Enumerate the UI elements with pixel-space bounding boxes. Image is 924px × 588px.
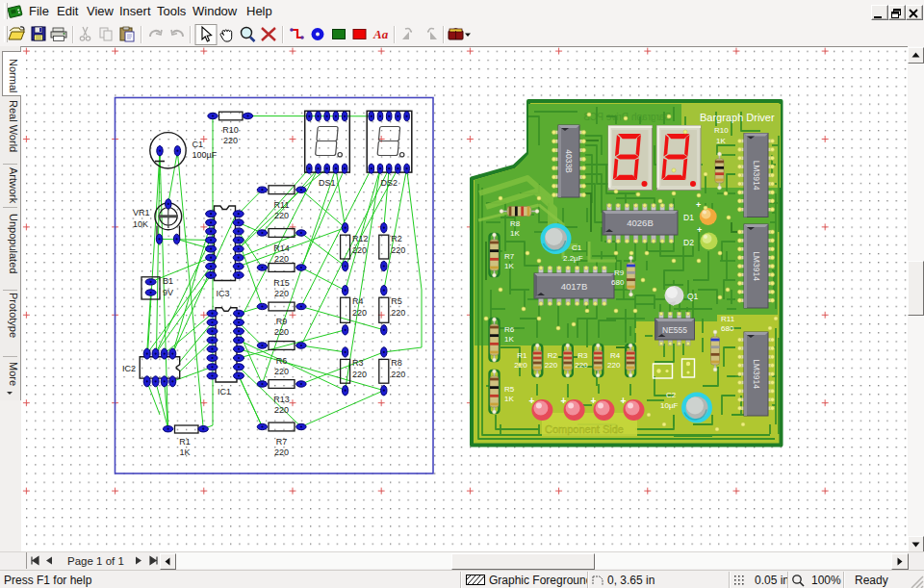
svg-text:220: 220 — [274, 405, 289, 415]
svg-text:R6: R6 — [504, 325, 515, 334]
svg-text:R7: R7 — [504, 252, 515, 261]
svg-text:IC1: IC1 — [218, 387, 231, 396]
svg-text:R5: R5 — [504, 385, 515, 394]
svg-text:220: 220 — [274, 367, 289, 376]
svg-text:R14: R14 — [273, 243, 290, 253]
svg-text:220: 220 — [223, 136, 238, 145]
svg-text:LM3914: LM3914 — [752, 251, 761, 281]
svg-text:R12: R12 — [352, 234, 369, 243]
svg-text:VR1: VR1 — [133, 208, 150, 217]
svg-text:R15: R15 — [273, 278, 290, 288]
svg-text:4033B: 4033B — [564, 149, 574, 173]
svg-text:220: 220 — [391, 245, 405, 255]
svg-text:DS2: DS2 — [380, 178, 398, 188]
svg-text:Page 1 of 1: Page 1 of 1 — [67, 555, 124, 567]
svg-text:220: 220 — [607, 361, 621, 370]
svg-text:220: 220 — [545, 361, 558, 370]
svg-text:Component Side: Component Side — [545, 423, 624, 435]
svg-text:R3: R3 — [352, 358, 364, 368]
svg-text:R2: R2 — [548, 351, 558, 360]
svg-text:R4: R4 — [610, 351, 621, 360]
svg-text:1K: 1K — [504, 335, 514, 344]
svg-text:Aa: Aa — [372, 27, 389, 41]
svg-text:220: 220 — [274, 447, 289, 457]
svg-text:R9: R9 — [276, 317, 288, 326]
svg-text:D2: D2 — [683, 238, 694, 247]
svg-text:R11: R11 — [721, 315, 735, 323]
svg-text:220: 220 — [274, 327, 289, 337]
svg-text:R9: R9 — [614, 268, 625, 277]
svg-text:R13: R13 — [273, 395, 290, 404]
svg-text:220: 220 — [391, 370, 405, 379]
svg-text:Bargraph Driver: Bargraph Driver — [700, 112, 775, 123]
svg-text:Q1: Q1 — [687, 292, 699, 301]
svg-text:220: 220 — [352, 308, 367, 318]
svg-text:C1: C1 — [572, 243, 582, 252]
svg-text:10µF: 10µF — [660, 401, 679, 410]
svg-text:+: + — [591, 396, 597, 406]
svg-text:+: + — [696, 200, 701, 210]
svg-text:R3: R3 — [578, 351, 588, 360]
svg-text:R7: R7 — [276, 437, 288, 447]
svg-text:R2: R2 — [391, 234, 402, 243]
svg-text:220: 220 — [352, 245, 367, 255]
svg-text:680: 680 — [611, 278, 625, 287]
svg-text:B1: B1 — [163, 276, 173, 286]
svg-text:4017B: 4017B — [561, 281, 587, 292]
svg-text:R5: R5 — [391, 296, 402, 306]
svg-text:9V: 9V — [163, 288, 173, 297]
svg-text:R8: R8 — [510, 219, 521, 228]
svg-text:D1: D1 — [683, 213, 694, 222]
svg-text:R6: R6 — [276, 356, 288, 366]
svg-text:1K: 1K — [510, 229, 520, 238]
svg-text:NE555: NE555 — [662, 325, 687, 335]
svg-text:220: 220 — [274, 211, 289, 220]
svg-text:IC3: IC3 — [216, 289, 229, 298]
svg-text:10K: 10K — [133, 219, 148, 229]
svg-text:100µF: 100µF — [192, 150, 218, 160]
svg-text:+: + — [528, 396, 534, 406]
svg-text:C2: C2 — [666, 391, 677, 399]
svg-text:IC2: IC2 — [122, 364, 136, 373]
svg-text:LM3914: LM3914 — [752, 161, 761, 191]
svg-text:+: + — [697, 225, 702, 235]
svg-text:R4: R4 — [352, 296, 364, 306]
svg-text:R11: R11 — [274, 200, 290, 210]
svg-text:1K: 1K — [504, 262, 514, 270]
svg-text:1K: 1K — [716, 137, 726, 145]
svg-text:LM3914: LM3914 — [752, 359, 761, 389]
svg-text:220: 220 — [274, 254, 289, 264]
svg-text:R1: R1 — [517, 351, 527, 360]
svg-text:1K: 1K — [504, 395, 514, 403]
svg-text:R10: R10 — [222, 125, 239, 135]
svg-text:220: 220 — [391, 308, 405, 318]
svg-text:C1: C1 — [192, 140, 204, 149]
svg-text:+: + — [561, 396, 567, 406]
svg-text:1K: 1K — [179, 447, 190, 457]
svg-text:220: 220 — [274, 289, 289, 298]
svg-text:R1: R1 — [179, 437, 191, 447]
svg-text:680: 680 — [721, 324, 734, 333]
svg-text:4026B: 4026B — [627, 217, 653, 228]
svg-text:2.2µF: 2.2µF — [563, 254, 583, 263]
svg-text:+: + — [621, 396, 627, 406]
svg-text:R10: R10 — [714, 126, 729, 135]
svg-text:220: 220 — [575, 361, 588, 370]
svg-text:R8: R8 — [391, 358, 402, 368]
svg-text:220: 220 — [352, 370, 367, 379]
svg-text:DS1: DS1 — [319, 178, 336, 188]
